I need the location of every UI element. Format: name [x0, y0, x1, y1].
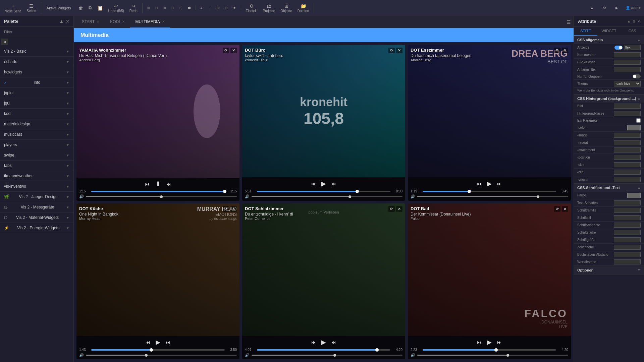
- media-card-5-volbar[interactable]: [252, 355, 402, 356]
- eye-btn[interactable]: 👁: [231, 5, 238, 10]
- media-card-1-progressbar[interactable]: [91, 191, 225, 192]
- sidebar-item-swipe[interactable]: swipe ▼: [0, 150, 73, 161]
- redo-button[interactable]: ↪ Redo: [127, 3, 140, 13]
- media-card-2-volbar[interactable]: [252, 196, 402, 197]
- sidebar-item-tabs[interactable]: tabs ▼: [0, 161, 73, 171]
- undo-button[interactable]: ↩ Undo (5/5): [106, 3, 126, 13]
- sidebar-item-vis2jaeger[interactable]: 🌿 Vis 2 - Jaeger-Design ▼: [0, 192, 73, 202]
- media-card-3-sync[interactable]: ⟳: [554, 48, 560, 53]
- attr-section-css-allgemein-header[interactable]: CSS allgemein ▲: [574, 36, 644, 44]
- attr-section-css-schriftart-header[interactable]: CSS-Schriftart und -Text ▲: [574, 184, 644, 192]
- media-card-5-vol-icon[interactable]: 🔊: [245, 353, 250, 357]
- arrow-up-button[interactable]: ▲: [588, 5, 596, 10]
- copy-button[interactable]: ⧉: [87, 4, 94, 11]
- attachment-input[interactable]: [614, 147, 641, 153]
- farbe-swatch[interactable]: [627, 193, 641, 198]
- view-btn-2[interactable]: ⋮: [206, 5, 213, 10]
- sidebar-item-musiccast[interactable]: musiccast ▼: [0, 129, 73, 140]
- media-card-6-volbar[interactable]: [417, 355, 568, 356]
- media-card-1-next[interactable]: ⏭: [166, 181, 172, 187]
- tab-multimedia[interactable]: MULTIMEDIA ✕: [130, 17, 170, 27]
- sidebar-item-jqplot[interactable]: jqplot ▼: [0, 88, 73, 98]
- color-swatch[interactable]: [627, 125, 641, 130]
- right-panel-expand[interactable]: ▲: [627, 19, 631, 23]
- right-tab-css[interactable]: CSS: [621, 27, 644, 36]
- media-card-3-volbar[interactable]: [417, 196, 568, 197]
- schriftgroesse-input[interactable]: [614, 237, 641, 242]
- projekte-button[interactable]: 🗂 Projekte: [261, 3, 277, 13]
- tab-start[interactable]: START ✕: [76, 17, 105, 27]
- sidebar-item-vis2energie[interactable]: ⚡ Vis 2 - Energie-Widgets ▼: [0, 223, 73, 233]
- sidebar-expand-button[interactable]: ▲: [59, 19, 64, 24]
- anzeige-input[interactable]: [624, 45, 641, 50]
- align-btn-4[interactable]: ⊡: [169, 5, 176, 10]
- media-card-6-knob[interactable]: [494, 348, 498, 352]
- media-card-6-close[interactable]: ✕: [562, 206, 568, 212]
- media-card-2-close[interactable]: ✕: [396, 48, 402, 53]
- media-card-5-progressbar[interactable]: [257, 349, 390, 351]
- media-card-2-progressbar[interactable]: [257, 191, 390, 192]
- wortabstand-input[interactable]: [614, 259, 641, 264]
- align-btn-1[interactable]: ⊞: [145, 5, 152, 10]
- hintergrundklasse-input[interactable]: [614, 111, 641, 116]
- media-card-3-play[interactable]: ▶: [486, 179, 492, 188]
- sidebar-menu-button[interactable]: ✕: [66, 19, 69, 24]
- media-card-4-vol-knob[interactable]: [145, 354, 148, 357]
- media-card-5-vol-knob[interactable]: [333, 354, 336, 357]
- tabs-menu-button[interactable]: ☰: [567, 19, 571, 25]
- sidebar-item-players[interactable]: players ▼: [0, 140, 73, 150]
- buchstaben-input[interactable]: [614, 252, 641, 257]
- right-panel-close[interactable]: ✕: [637, 19, 640, 23]
- text-schatten-input[interactable]: [614, 200, 641, 205]
- sidebar-collapse-button[interactable]: ◀: [1, 39, 8, 45]
- sidebar-item-kodi[interactable]: kodi ▼: [0, 109, 73, 119]
- media-card-2-prev[interactable]: ⏮: [311, 180, 317, 187]
- sidebar-item-info[interactable]: ♪ info ▼: [0, 77, 73, 88]
- neue-seite-button[interactable]: ＋ Neue Seite: [3, 2, 23, 14]
- export-btn[interactable]: ⬡: [177, 5, 184, 10]
- media-card-5-next[interactable]: ⏭: [331, 339, 337, 346]
- media-card-2-play[interactable]: ▶: [321, 179, 327, 188]
- media-card-5-sync[interactable]: ⟳: [388, 206, 395, 212]
- sidebar-item-echarts[interactable]: echarts ▼: [0, 57, 73, 67]
- thema-select[interactable]: dark-hive: [614, 81, 641, 86]
- view-btn-3[interactable]: ⊞: [215, 5, 221, 10]
- media-card-4-close[interactable]: ✕: [230, 206, 237, 212]
- media-card-6-next[interactable]: ⏭: [496, 339, 502, 346]
- bild-input[interactable]: [614, 104, 641, 109]
- media-card-3-vol-icon[interactable]: 🔊: [411, 194, 415, 199]
- media-card-5-prev[interactable]: ⏮: [311, 339, 317, 346]
- kommentar-input[interactable]: [614, 52, 641, 57]
- origin-input[interactable]: [614, 177, 641, 182]
- sidebar-item-timeandweather[interactable]: timeandweather ▼: [0, 171, 73, 181]
- tab-kodi[interactable]: KODI ✕: [105, 17, 130, 27]
- media-card-2-sync[interactable]: ⟳: [388, 48, 395, 53]
- media-card-2-vol-knob[interactable]: [348, 195, 351, 198]
- anzeige-toggle[interactable]: [614, 46, 623, 50]
- media-card-1-vol-knob[interactable]: [160, 195, 163, 198]
- media-card-1-vol-icon[interactable]: 🔊: [79, 194, 84, 199]
- schriftvariante-input[interactable]: [614, 223, 641, 228]
- attr-section-optionen-header[interactable]: Optionen ▼: [574, 266, 644, 274]
- import-btn[interactable]: ⬢: [186, 5, 193, 10]
- media-card-6-vol-icon[interactable]: 🔊: [411, 353, 415, 357]
- delete-button[interactable]: 🗑: [76, 5, 85, 11]
- media-card-5-play[interactable]: ▶: [321, 338, 327, 347]
- media-card-2-next[interactable]: ⏭: [331, 180, 337, 187]
- view-btn-1[interactable]: ≡: [199, 5, 205, 10]
- seiten-button[interactable]: ☰ Seiten: [24, 3, 38, 13]
- media-card-4-vol-icon[interactable]: 🔊: [79, 353, 84, 357]
- sidebar-item-visinventwo[interactable]: vis-inventwo ▼: [0, 181, 73, 192]
- ein-parameter-checkbox[interactable]: [636, 118, 641, 123]
- media-card-4-knob[interactable]: [150, 348, 153, 352]
- sidebar-item-vis2basic[interactable]: Vis 2 - Basic ▼: [0, 46, 73, 57]
- tab-kodi-close[interactable]: ✕: [122, 20, 125, 23]
- media-card-1-knob[interactable]: [223, 190, 226, 193]
- objekte-button[interactable]: ⊞ Objekte: [278, 3, 294, 13]
- media-card-4-sync[interactable]: ⟳: [223, 206, 229, 212]
- media-card-6-progressbar[interactable]: [423, 349, 556, 351]
- sidebar-item-hqwidgets[interactable]: hqwidgets ▼: [0, 67, 73, 77]
- right-panel-detach[interactable]: ⊠: [633, 19, 635, 23]
- attr-section-css-hintergrund-header[interactable]: CSS-Hintergrund (background-...) ▲: [574, 95, 644, 103]
- media-card-5-knob[interactable]: [375, 348, 379, 352]
